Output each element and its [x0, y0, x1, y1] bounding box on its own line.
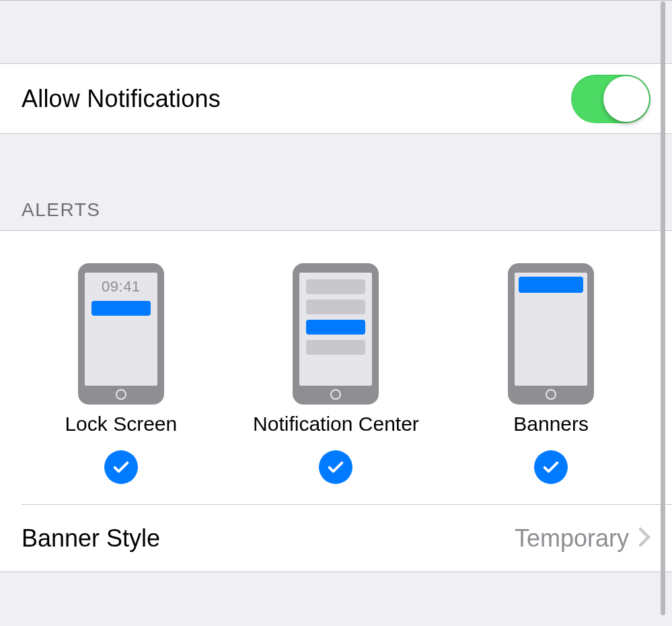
- notification-center-phone-icon: [293, 263, 379, 405]
- allow-notifications-toggle[interactable]: [571, 75, 650, 123]
- banner-style-value: Temporary: [515, 524, 629, 553]
- lock-screen-time: 09:41: [91, 278, 151, 295]
- phone-screen: [515, 273, 587, 386]
- toggle-knob: [603, 76, 649, 122]
- allow-notifications-label: Allow Notifications: [22, 85, 221, 113]
- lock-screen-label: Lock Screen: [65, 413, 177, 436]
- alerts-options: 09:41 Lock Screen Notificati: [0, 231, 672, 504]
- top-spacer: [0, 1, 672, 63]
- alert-option-notification-center[interactable]: Notification Center: [235, 263, 437, 484]
- notification-center-label: Notification Center: [253, 413, 419, 436]
- notification-center-check-icon: [319, 450, 352, 484]
- nc-bar-icon: [306, 340, 365, 355]
- nc-bar-active-icon: [306, 320, 365, 335]
- notification-bar-icon: [91, 301, 151, 316]
- allow-notifications-row: Allow Notifications: [0, 63, 672, 134]
- alerts-header-label: ALERTS: [22, 199, 100, 221]
- nc-bar-icon: [306, 279, 365, 294]
- phone-screen: [299, 273, 372, 386]
- alert-option-lock-screen[interactable]: 09:41 Lock Screen: [20, 263, 222, 484]
- banner-style-row[interactable]: Banner Style Temporary: [0, 505, 672, 572]
- alert-option-banners[interactable]: Banners: [450, 263, 652, 484]
- home-button-icon: [116, 389, 126, 400]
- lock-screen-phone-icon: 09:41: [78, 263, 164, 405]
- banners-check-icon: [534, 450, 568, 484]
- banners-label: Banners: [513, 413, 589, 436]
- phone-screen: 09:41: [85, 273, 157, 386]
- banners-phone-icon: [508, 263, 594, 405]
- home-button-icon: [330, 389, 341, 400]
- home-button-icon: [546, 389, 556, 400]
- chevron-right-icon: [638, 526, 650, 551]
- scrollbar[interactable]: [661, 1, 665, 615]
- lock-screen-check-icon: [104, 450, 138, 484]
- alerts-group: 09:41 Lock Screen Notificati: [0, 231, 672, 572]
- nc-bar-icon: [306, 300, 365, 314]
- alerts-section-header: ALERTS: [0, 134, 672, 231]
- banner-bar-icon: [519, 277, 583, 293]
- banner-style-label: Banner Style: [22, 524, 160, 553]
